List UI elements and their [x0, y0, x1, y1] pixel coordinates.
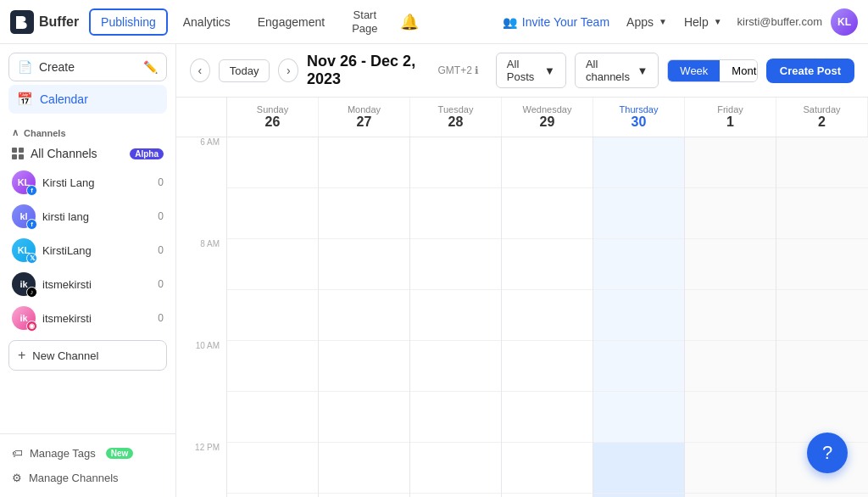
- day-header-6: Saturday 2: [776, 98, 868, 137]
- time-header-cell: [176, 98, 227, 137]
- tag-icon: 🏷: [12, 447, 23, 460]
- user-email: kirsti@buffer.com: [732, 15, 827, 28]
- time-11am: [176, 392, 227, 443]
- notifications-icon[interactable]: 🔔: [393, 13, 426, 31]
- nav-engagement[interactable]: Engagement: [246, 8, 337, 36]
- date-range: Nov 26 - Dec 2, 2023: [307, 53, 429, 88]
- channel-badge-0: f: [26, 185, 37, 196]
- channel-item-4[interactable]: ik ◉ itsmekirsti 0: [0, 301, 175, 335]
- all-channels-item[interactable]: All Channels Alpha: [0, 142, 175, 165]
- avatar[interactable]: KL: [831, 8, 858, 36]
- create-button[interactable]: 📄 Create ✏️: [8, 53, 167, 81]
- day-header-2: Tuesday 28: [410, 98, 502, 137]
- manage-channels-item[interactable]: ⚙ Manage Channels: [0, 466, 175, 490]
- new-channel-button[interactable]: + New Channel: [8, 340, 167, 371]
- manage-tags-item[interactable]: 🏷 Manage Tags New: [0, 441, 175, 466]
- day-col-0[interactable]: [227, 137, 319, 497]
- day-col-3[interactable]: [502, 137, 593, 497]
- invite-label: Invite Your Team: [522, 15, 609, 29]
- channel-name-2: KirstiLang: [42, 244, 92, 257]
- help-fab-button[interactable]: ?: [807, 433, 848, 473]
- posts-chevron-icon: ▼: [544, 64, 555, 77]
- channel-avatar-0: KL f: [12, 170, 36, 194]
- new-badge: New: [106, 448, 134, 459]
- month-view-button[interactable]: Month: [720, 60, 757, 81]
- logo[interactable]: Buffer: [10, 10, 79, 34]
- channel-name-1: kirsti lang: [42, 210, 89, 223]
- day-header-3: Wednesday 29: [502, 98, 593, 137]
- channel-item-1[interactable]: kl f kirsti lang 0: [0, 199, 175, 233]
- all-posts-label: All Posts: [507, 58, 540, 83]
- channel-item-2[interactable]: KL 𝕏 KirstiLang 0: [0, 233, 175, 267]
- timezone: GMT+2 ℹ: [438, 64, 479, 76]
- all-channels-filter-label: All channels: [586, 58, 633, 83]
- calendar-body: 6 AM 8 AM 10 AM 12 PM: [176, 137, 868, 497]
- invite-team-button[interactable]: 👥 Invite Your Team: [496, 15, 616, 29]
- plus-icon: +: [18, 348, 25, 363]
- next-button[interactable]: ›: [278, 59, 298, 82]
- nav-start-page[interactable]: StartPage: [340, 2, 389, 42]
- sidebar: 📄 Create ✏️ 📅 Calendar ∧ Channels All Ch…: [0, 44, 176, 497]
- channel-item-3[interactable]: ik ♪ itsmekirsti 0: [0, 267, 175, 301]
- help-chevron-icon: ▼: [714, 17, 722, 26]
- calendar-area: ‹ Today › Nov 26 - Dec 2, 2023 GMT+2 ℹ A…: [176, 44, 868, 497]
- channel-count-1: 0: [158, 210, 164, 222]
- channels-chevron-icon: ▼: [637, 64, 648, 77]
- week-view-button[interactable]: Week: [668, 60, 720, 81]
- channel-count-4: 0: [158, 312, 164, 324]
- help-menu[interactable]: Help ▼: [677, 15, 729, 29]
- view-toggle: Week Month: [667, 59, 757, 82]
- day-col-1[interactable]: [319, 137, 410, 497]
- channel-count-3: 0: [158, 278, 164, 290]
- channel-badge-2: 𝕏: [26, 253, 37, 264]
- channel-name-3: itsmekirsti: [42, 278, 92, 291]
- top-nav: Buffer Publishing Analytics Engagement S…: [0, 0, 868, 44]
- channel-name-0: Kirsti Lang: [42, 176, 94, 189]
- apps-menu[interactable]: Apps ▼: [620, 15, 674, 29]
- channel-badge-1: f: [26, 219, 37, 230]
- channel-count-0: 0: [158, 176, 164, 188]
- time-9am: [176, 290, 227, 341]
- nav-publishing[interactable]: Publishing: [89, 8, 168, 36]
- time-10am: 10 AM: [176, 341, 227, 392]
- info-icon[interactable]: ℹ: [475, 64, 479, 76]
- sidebar-bottom: 🏷 Manage Tags New ⚙ Manage Channels: [0, 433, 175, 497]
- channel-item-0[interactable]: KL f Kirsti Lang 0: [0, 165, 175, 199]
- channel-badge-4: ◉: [26, 321, 37, 332]
- time-7am: [176, 188, 227, 239]
- day-col-4-today[interactable]: [593, 137, 685, 497]
- time-column: 6 AM 8 AM 10 AM 12 PM: [176, 137, 227, 497]
- calendar-icon: 📅: [17, 92, 33, 107]
- help-label: Help: [684, 15, 709, 29]
- all-channels-label: All Channels: [31, 147, 97, 160]
- create-post-button[interactable]: Create Post: [766, 59, 854, 83]
- channel-badge-3: ♪: [26, 287, 37, 298]
- day-header-5: Friday 1: [685, 98, 776, 137]
- channel-avatar-2: KL 𝕏: [12, 238, 36, 262]
- day-header-0: Sunday 26: [227, 98, 319, 137]
- nav-analytics[interactable]: Analytics: [171, 8, 242, 36]
- prev-button[interactable]: ‹: [190, 59, 210, 82]
- channel-count-2: 0: [158, 244, 164, 256]
- channel-name-4: itsmekirsti: [42, 312, 92, 325]
- today-button[interactable]: Today: [219, 59, 270, 82]
- time-12pm: 12 PM: [176, 443, 227, 494]
- calendar-nav-item[interactable]: 📅 Calendar: [8, 85, 167, 114]
- all-posts-filter[interactable]: All Posts ▼: [496, 53, 566, 88]
- day-col-5[interactable]: [685, 137, 776, 497]
- channel-avatar-3: ik ♪: [12, 272, 36, 296]
- day-header-1: Monday 27: [319, 98, 410, 137]
- manage-tags-label: Manage Tags: [30, 447, 96, 460]
- calendar-toolbar: ‹ Today › Nov 26 - Dec 2, 2023 GMT+2 ℹ A…: [176, 44, 868, 98]
- channel-avatar-1: kl f: [12, 204, 36, 228]
- collapse-icon[interactable]: ∧: [12, 127, 19, 138]
- create-icon: 📄: [18, 60, 32, 74]
- apps-label: Apps: [626, 15, 654, 29]
- time-8am: 8 AM: [176, 239, 227, 290]
- all-channels-filter[interactable]: All channels ▼: [575, 53, 659, 88]
- manage-channels-label: Manage Channels: [29, 472, 119, 484]
- day-col-2[interactable]: [410, 137, 502, 497]
- brand-name: Buffer: [39, 14, 79, 30]
- alpha-badge: Alpha: [130, 148, 164, 159]
- grid-icon: [12, 148, 24, 159]
